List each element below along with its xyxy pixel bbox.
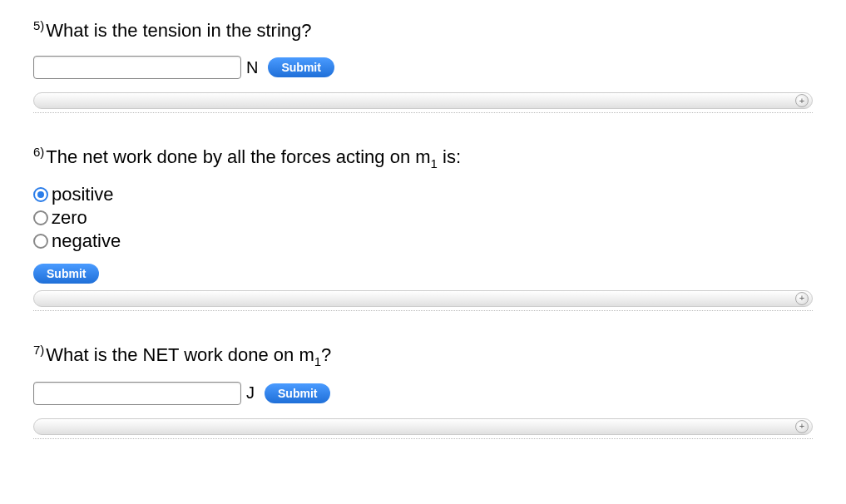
plus-icon[interactable]: + <box>795 94 809 107</box>
question-6-number: 6) <box>33 145 44 159</box>
submit-button-q7[interactable]: Submit <box>265 383 330 403</box>
radio-icon <box>33 210 48 225</box>
net-work-unit: J <box>246 383 255 403</box>
radio-icon <box>33 234 48 249</box>
question-5-text: What is the tension in the string? <box>46 20 311 41</box>
net-work-input[interactable] <box>33 382 241 405</box>
question-6-text-after: is: <box>438 146 461 167</box>
submit-button-q5[interactable]: Submit <box>268 57 334 77</box>
radio-label-negative: negative <box>52 230 121 252</box>
question-6-sub: 1 <box>431 156 438 170</box>
tension-unit: N <box>246 58 258 77</box>
question-5-prompt: 5)What is the tension in the string? <box>33 17 813 44</box>
plus-icon[interactable]: + <box>795 292 809 305</box>
radio-option-negative[interactable]: negative <box>33 230 813 252</box>
radio-label-zero: zero <box>52 207 87 229</box>
question-5-input-row: N Submit <box>33 56 813 79</box>
radio-dot-icon <box>37 191 44 198</box>
question-7-text-before: What is the NET work done on m <box>46 344 314 365</box>
plus-icon[interactable]: + <box>795 420 809 433</box>
radio-option-zero[interactable]: zero <box>33 207 813 229</box>
question-7-text-after: ? <box>321 344 331 365</box>
expander-bar-q5[interactable]: + <box>33 92 813 109</box>
question-6-text-before: The net work done by all the forces acti… <box>46 146 430 167</box>
tension-input[interactable] <box>33 56 241 79</box>
question-7: 7)What is the NET work done on m1? J Sub… <box>33 341 813 439</box>
question-6: 6)The net work done by all the forces ac… <box>33 143 813 311</box>
question-6-prompt: 6)The net work done by all the forces ac… <box>33 143 813 172</box>
radio-icon <box>33 187 48 202</box>
divider-q6 <box>33 310 813 311</box>
divider-q7 <box>33 438 813 439</box>
question-5-number: 5) <box>33 18 44 32</box>
radio-label-positive: positive <box>52 184 114 205</box>
question-7-number: 7) <box>33 343 44 357</box>
expander-bar-q7[interactable]: + <box>33 418 813 435</box>
question-7-prompt: 7)What is the NET work done on m1? <box>33 341 813 370</box>
question-7-input-row: J Submit <box>33 382 813 405</box>
expander-bar-q6[interactable]: + <box>33 290 813 307</box>
submit-button-q6[interactable]: Submit <box>33 264 99 284</box>
radio-group-q6: positive zero negative <box>33 184 813 252</box>
divider-q5 <box>33 112 813 113</box>
question-7-sub: 1 <box>314 354 321 368</box>
radio-option-positive[interactable]: positive <box>33 184 813 205</box>
question-5: 5)What is the tension in the string? N S… <box>33 17 813 113</box>
